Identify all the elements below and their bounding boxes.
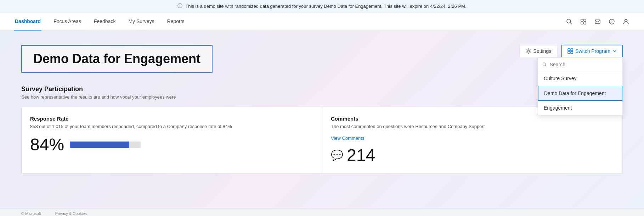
svg-line-1	[570, 22, 572, 24]
layout-icon[interactable]	[580, 18, 587, 26]
progress-row: 84%	[30, 135, 313, 154]
response-rate-title: Response Rate	[30, 116, 313, 122]
dropdown-search-container[interactable]	[538, 58, 622, 71]
demo-banner-text: This is a demo site with randomized data…	[185, 4, 466, 9]
user-icon[interactable]	[622, 18, 630, 26]
comments-subtitle: The most commented on questions were Res…	[331, 124, 614, 129]
demo-banner: ⓘ This is a demo site with randomized da…	[0, 0, 644, 12]
settings-label: Settings	[533, 48, 552, 54]
nav-links: Dashboard Focus Areas Feedback My Survey…	[14, 12, 185, 31]
switch-program-dropdown: Culture Survey Demo Data for Engagement …	[538, 58, 623, 115]
navbar: Dashboard Focus Areas Feedback My Survey…	[0, 12, 644, 31]
dropdown-item-culture-survey[interactable]: Culture Survey	[538, 71, 622, 86]
nav-item-feedback[interactable]: Feedback	[93, 12, 116, 31]
nav-item-reports[interactable]: Reports	[166, 12, 185, 31]
settings-button[interactable]: Settings	[520, 45, 558, 57]
svg-rect-13	[568, 51, 570, 54]
search-icon[interactable]	[565, 18, 573, 26]
svg-point-10	[527, 50, 529, 52]
comments-count-row: 💬 214	[331, 145, 614, 165]
svg-line-16	[545, 65, 546, 66]
bottom-right: Privacy & Cookies	[55, 211, 87, 216]
bottom-left: © Microsoft	[21, 211, 41, 216]
svg-text:?: ?	[611, 20, 613, 24]
dropdown-search-icon	[542, 62, 547, 67]
survey-participation-section: Survey Participation See how representat…	[21, 85, 623, 174]
bottom-bar: © Microsoft Privacy & Cookies	[0, 208, 644, 216]
response-rate-card: Response Rate 853 out of 1,015 of your t…	[21, 107, 322, 174]
response-rate-percent: 84%	[30, 135, 64, 154]
view-comments-link[interactable]: View Comments	[331, 135, 364, 141]
svg-rect-5	[584, 22, 586, 24]
response-rate-subtitle: 853 out of 1,015 of your team members re…	[30, 124, 313, 129]
nav-icons: ?	[565, 18, 630, 26]
nav-item-focus-areas[interactable]: Focus Areas	[53, 12, 82, 31]
comments-card: Comments The most commented on questions…	[322, 107, 623, 174]
page-title-box: Demo Data for Engagement	[21, 45, 213, 73]
section-title: Survey Participation	[21, 85, 623, 93]
settings-icon	[526, 48, 531, 54]
comments-count: 214	[347, 145, 375, 165]
main-content: Demo Data for Engagement Settings Switch…	[0, 31, 644, 208]
switch-program-label: Switch Program	[575, 48, 610, 54]
comments-title: Comments	[331, 116, 614, 122]
chevron-down-icon	[612, 49, 617, 53]
svg-rect-14	[571, 51, 573, 54]
dropdown-item-demo-data[interactable]: Demo Data for Engagement	[538, 86, 622, 101]
progress-bar-fill	[70, 142, 129, 148]
dropdown-item-engagement[interactable]: Engagement	[538, 101, 622, 115]
switch-program-button[interactable]: Switch Program	[561, 45, 623, 57]
mail-icon[interactable]	[594, 18, 601, 26]
section-subtitle: See how representative the results are a…	[21, 94, 623, 100]
switch-icon	[567, 48, 573, 54]
nav-item-dashboard[interactable]: Dashboard	[14, 12, 41, 31]
svg-rect-2	[581, 19, 583, 21]
info-icon: ⓘ	[177, 3, 182, 9]
dropdown-search-input[interactable]	[550, 62, 618, 67]
svg-rect-11	[568, 49, 570, 51]
svg-rect-3	[584, 19, 586, 21]
svg-rect-6	[595, 20, 600, 23]
help-icon[interactable]: ?	[608, 18, 616, 26]
switch-program-container: Switch Program Culture Survey Demo Data …	[561, 45, 623, 57]
svg-rect-4	[581, 22, 583, 24]
progress-bar-container	[70, 142, 141, 148]
cards-row: Response Rate 853 out of 1,015 of your t…	[21, 107, 623, 174]
top-right-buttons: Settings Switch Program	[520, 45, 623, 57]
nav-item-my-surveys[interactable]: My Surveys	[128, 12, 155, 31]
svg-rect-12	[571, 49, 573, 51]
comment-bubble-icon: 💬	[331, 149, 343, 161]
page-title: Demo Data for Engagement	[33, 51, 200, 66]
